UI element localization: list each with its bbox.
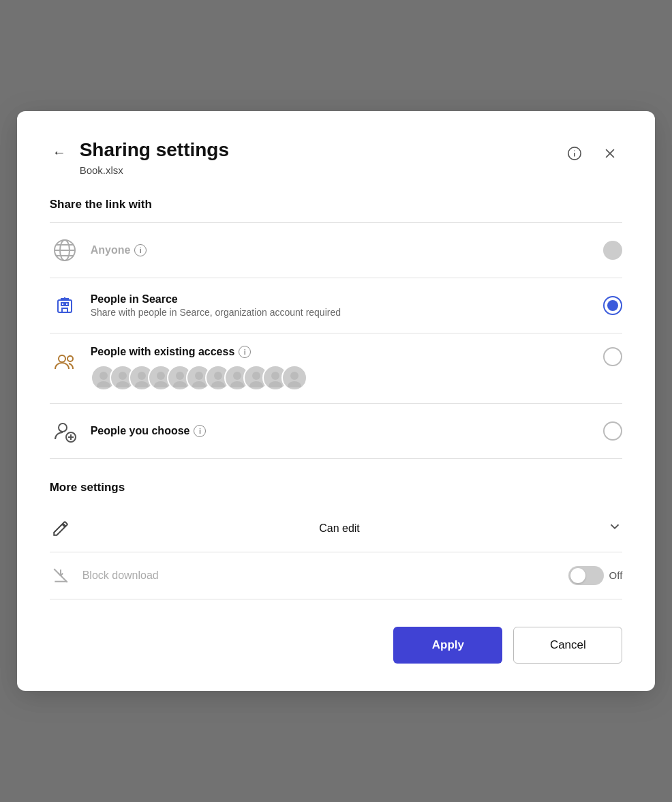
svg-point-19 bbox=[67, 356, 73, 361]
svg-point-31 bbox=[192, 381, 206, 387]
option-existing-title: People with existing access i bbox=[91, 346, 593, 358]
svg-point-41 bbox=[288, 381, 301, 387]
option-choose-title: People you choose i bbox=[91, 425, 593, 437]
options-list: Anyone i bbox=[50, 222, 623, 459]
option-people-you-choose[interactable]: People you choose i bbox=[50, 404, 623, 459]
svg-point-39 bbox=[269, 381, 282, 387]
option-anyone-title: Anyone i bbox=[91, 244, 593, 256]
option-anyone-content: Anyone i bbox=[91, 244, 593, 256]
sharing-settings-dialog: ← Sharing settings Book.xlsx bbox=[17, 111, 656, 691]
searce-radio[interactable] bbox=[603, 296, 622, 315]
svg-point-23 bbox=[116, 381, 129, 387]
svg-point-40 bbox=[290, 372, 299, 380]
svg-rect-12 bbox=[65, 303, 68, 306]
edit-icon bbox=[50, 518, 72, 539]
choose-radio[interactable] bbox=[603, 421, 622, 441]
option-existing-content: People with existing access i bbox=[91, 346, 593, 391]
avatar bbox=[281, 365, 307, 391]
anyone-radio[interactable] bbox=[603, 241, 622, 260]
toggle-off-label: Off bbox=[609, 569, 623, 581]
svg-point-42 bbox=[59, 424, 67, 432]
existing-info-icon[interactable]: i bbox=[239, 346, 251, 358]
option-searce-title: People in Searce bbox=[91, 293, 593, 306]
person-add-icon bbox=[50, 416, 80, 446]
svg-point-26 bbox=[157, 372, 165, 380]
svg-point-37 bbox=[249, 381, 263, 387]
close-button[interactable] bbox=[598, 141, 622, 166]
dialog-subtitle: Book.xlsx bbox=[80, 164, 229, 176]
chevron-down-icon bbox=[607, 519, 622, 537]
more-settings-label: More settings bbox=[50, 481, 623, 494]
avatars-row bbox=[91, 365, 593, 391]
option-anyone[interactable]: Anyone i bbox=[50, 223, 623, 278]
cancel-button[interactable]: Cancel bbox=[513, 627, 622, 664]
svg-rect-11 bbox=[61, 303, 64, 306]
block-download-label: Block download bbox=[82, 569, 558, 582]
header-left: ← Sharing settings Book.xlsx bbox=[50, 138, 229, 176]
permission-dropdown[interactable]: Can edit bbox=[50, 505, 623, 552]
no-download-icon bbox=[50, 565, 72, 586]
svg-point-2 bbox=[575, 150, 575, 151]
svg-point-18 bbox=[59, 355, 65, 362]
dialog-header: ← Sharing settings Book.xlsx bbox=[50, 138, 623, 176]
svg-point-34 bbox=[233, 372, 241, 380]
svg-point-25 bbox=[135, 381, 149, 387]
svg-point-38 bbox=[271, 372, 279, 380]
block-download-row: Block download Off bbox=[50, 552, 623, 599]
toggle-knob bbox=[570, 568, 585, 583]
share-section-label: Share the link with bbox=[50, 198, 623, 211]
person-group-icon bbox=[50, 347, 80, 377]
option-people-in-searce[interactable]: People in Searce Share with people in Se… bbox=[50, 278, 623, 333]
block-download-toggle[interactable] bbox=[568, 566, 604, 585]
option-searce-content: People in Searce Share with people in Se… bbox=[91, 293, 593, 318]
more-settings-section: More settings Can edit bbox=[50, 481, 623, 599]
choose-info-icon[interactable]: i bbox=[194, 425, 206, 437]
globe-icon bbox=[50, 235, 80, 265]
svg-point-20 bbox=[100, 372, 108, 380]
svg-point-28 bbox=[176, 372, 184, 380]
info-button[interactable] bbox=[562, 141, 587, 166]
anyone-info-icon[interactable]: i bbox=[134, 244, 147, 256]
svg-point-32 bbox=[214, 372, 222, 380]
building-icon bbox=[50, 291, 80, 321]
svg-rect-13 bbox=[62, 308, 67, 312]
header-actions bbox=[562, 141, 622, 166]
svg-point-21 bbox=[97, 381, 110, 387]
back-button[interactable]: ← bbox=[50, 143, 69, 162]
overlay: ← Sharing settings Book.xlsx bbox=[0, 0, 672, 802]
svg-point-30 bbox=[195, 372, 203, 380]
dialog-title: Sharing settings bbox=[80, 138, 229, 162]
svg-point-17 bbox=[607, 300, 618, 311]
svg-point-24 bbox=[138, 372, 146, 380]
option-choose-content: People you choose i bbox=[91, 425, 593, 437]
option-searce-desc: Share with people in Searce, organizatio… bbox=[91, 307, 593, 318]
svg-point-35 bbox=[230, 381, 244, 387]
svg-point-29 bbox=[173, 381, 187, 387]
permission-label: Can edit bbox=[82, 522, 597, 535]
svg-point-36 bbox=[252, 372, 260, 380]
svg-point-33 bbox=[211, 381, 225, 387]
block-download-toggle-container: Off bbox=[568, 566, 623, 585]
option-existing-access[interactable]: People with existing access i bbox=[50, 333, 623, 404]
dialog-footer: Apply Cancel bbox=[50, 627, 623, 664]
title-group: Sharing settings Book.xlsx bbox=[80, 138, 229, 176]
apply-button[interactable]: Apply bbox=[393, 627, 502, 664]
svg-point-22 bbox=[119, 372, 127, 380]
svg-point-27 bbox=[154, 381, 168, 387]
existing-radio[interactable] bbox=[603, 347, 622, 366]
